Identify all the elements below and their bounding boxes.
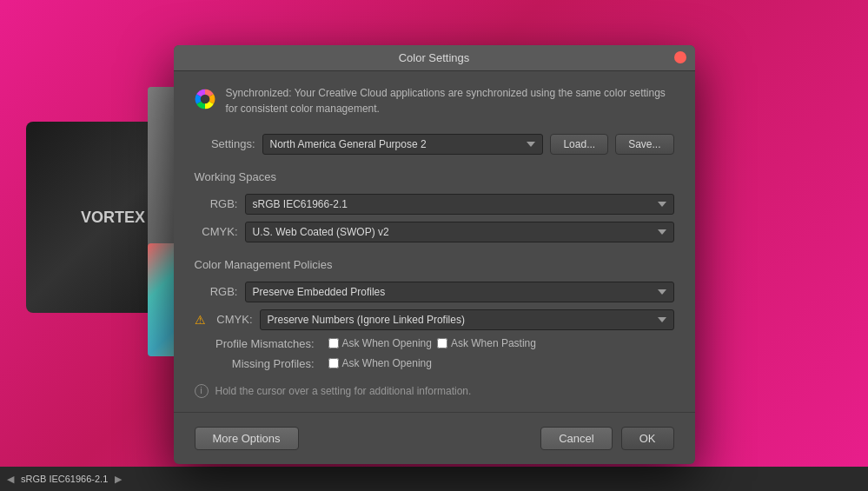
close-button[interactable]	[674, 51, 686, 63]
ask-when-opening-checkbox[interactable]	[328, 338, 339, 348]
cmyk-select[interactable]: U.S. Web Coated (SWOP) v2	[245, 222, 674, 242]
info-text: Hold the cursor over a setting for addit…	[215, 385, 472, 397]
policies-rgb-row: RGB: Preserve Embedded Profiles	[195, 282, 674, 302]
cmyk-label: CMYK:	[195, 225, 238, 238]
cmyk-row: CMYK: U.S. Web Coated (SWOP) v2	[195, 222, 674, 242]
load-button[interactable]: Load...	[550, 134, 608, 155]
ask-when-pasting-label: Ask When Pasting	[451, 337, 536, 349]
ask-when-opening-item: Ask When Opening	[328, 337, 432, 349]
policies-rgb-label: RGB:	[195, 285, 238, 298]
policies-section: Color Management Policies RGB: Preserve …	[195, 258, 674, 370]
rgb-row: RGB: sRGB IEC61966-2.1	[195, 194, 674, 215]
rgb-select[interactable]: sRGB IEC61966-2.1	[245, 194, 674, 215]
info-row: i Hold the cursor over a setting for add…	[195, 384, 674, 398]
mismatches-row: Profile Mismatches: Ask When Opening Ask…	[195, 337, 674, 350]
settings-row: Settings: North America General Purpose …	[195, 134, 674, 155]
settings-select[interactable]: North America General Purpose 2	[262, 134, 544, 155]
rgb-label: RGB:	[195, 197, 238, 210]
dialog-title: Color Settings	[399, 51, 470, 64]
color-settings-dialog: Color Settings Synchronized: Your Creati…	[174, 45, 695, 464]
dialog-titlebar: Color Settings	[174, 45, 695, 71]
sync-notice: Synchronized: Your Creative Cloud applic…	[195, 85, 674, 116]
policies-cmyk-label: CMYK:	[209, 313, 253, 326]
policies-cmyk-row: ⚠ CMYK: Preserve Numbers (Ignore Linked …	[195, 309, 674, 330]
ask-when-pasting-checkbox[interactable]	[437, 338, 447, 348]
missing-ask-when-opening-item: Ask When Opening	[328, 357, 432, 369]
mismatches-label: Profile Mismatches:	[202, 337, 315, 350]
settings-label: Settings:	[195, 137, 255, 150]
missing-profiles-label: Missing Profiles:	[202, 357, 315, 370]
policies-cmyk-label-area: ⚠ CMYK:	[195, 313, 253, 327]
dialog-content: Synchronized: Your Creative Cloud applic…	[174, 71, 695, 412]
missing-profiles-row: Missing Profiles: Ask When Opening	[195, 357, 674, 370]
color-wheel-icon	[195, 85, 215, 113]
footer-actions: Cancel OK	[540, 427, 673, 450]
dialog-overlay: Color Settings Synchronized: Your Creati…	[0, 0, 868, 491]
working-spaces: Working Spaces RGB: sRGB IEC61966-2.1 CM…	[195, 170, 674, 242]
svg-point-1	[200, 94, 209, 103]
policies-rgb-select[interactable]: Preserve Embedded Profiles	[245, 282, 674, 302]
missing-profiles-checkboxes: Ask When Opening	[328, 357, 432, 369]
mismatches-checkboxes: Ask When Opening Ask When Pasting	[328, 337, 536, 349]
policies-header: Color Management Policies	[195, 258, 674, 271]
dialog-footer: More Options Cancel OK	[174, 412, 695, 464]
warning-icon: ⚠	[195, 313, 206, 327]
working-spaces-header: Working Spaces	[195, 170, 674, 183]
missing-ask-when-opening-checkbox[interactable]	[328, 358, 339, 368]
ask-when-pasting-item: Ask When Pasting	[437, 337, 536, 349]
policies-cmyk-select[interactable]: Preserve Numbers (Ignore Linked Profiles…	[260, 309, 674, 330]
sync-message: Synchronized: Your Creative Cloud applic…	[226, 85, 674, 116]
info-icon: i	[195, 384, 209, 398]
cancel-button[interactable]: Cancel	[540, 427, 612, 450]
missing-ask-when-opening-label: Ask When Opening	[342, 357, 432, 369]
ask-when-opening-label: Ask When Opening	[342, 337, 432, 349]
save-button[interactable]: Save...	[615, 134, 673, 155]
ok-button[interactable]: OK	[621, 427, 674, 450]
more-options-button[interactable]: More Options	[195, 427, 299, 450]
